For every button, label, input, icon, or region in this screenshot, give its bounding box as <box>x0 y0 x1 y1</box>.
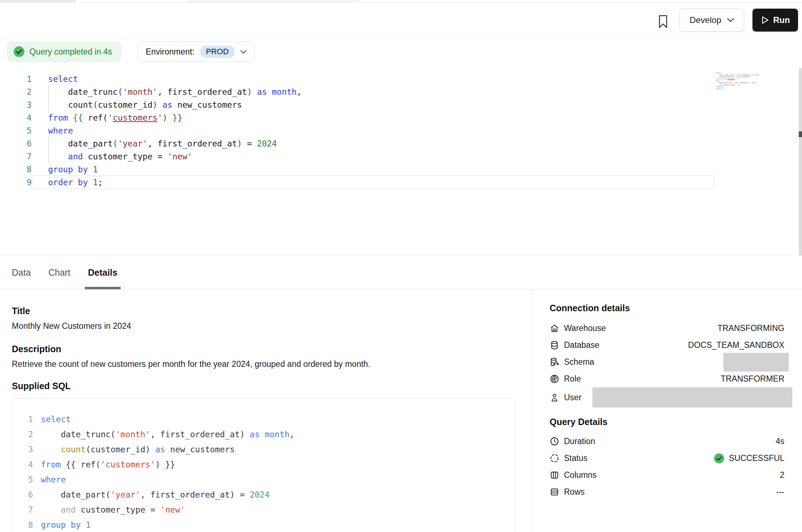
code-line: 3 count(customer_id) as new_customers <box>22 442 515 457</box>
connection-row-role: Role TRANSFORMER <box>550 370 784 387</box>
code-line: 2 date_trunc('month', first_ordered_at) … <box>22 427 515 442</box>
query-status-text: Query completed in 4s <box>29 47 112 57</box>
code-line: 1select <box>22 412 515 427</box>
rows-value: --- <box>776 487 784 497</box>
develop-dropdown-button[interactable]: Develop <box>680 9 744 32</box>
indent-guide <box>48 85 49 111</box>
check-circle-icon <box>13 46 25 57</box>
query-details-heading: Query Details <box>550 417 784 427</box>
schema-value-redacted <box>723 353 789 372</box>
current-line-highlight <box>32 175 714 189</box>
tabstrip-divider <box>357 0 358 2</box>
develop-label: Develop <box>690 15 721 25</box>
title-heading: Title <box>12 306 532 316</box>
chevron-down-icon <box>240 50 247 54</box>
query-editor-page: Develop Run Query completed in 4s Enviro… <box>0 0 802 532</box>
supplied-sql-code: 1select2 date_trunc('month', first_order… <box>12 398 515 532</box>
tab-data[interactable]: Data <box>12 256 31 289</box>
database-value: DOCS_TEAM_SANDBOX <box>688 340 784 350</box>
run-button[interactable]: Run <box>752 9 798 32</box>
browser-tabstrip <box>0 0 802 3</box>
code-line: 6 date_part('year', first_ordered_at) = … <box>22 487 515 502</box>
connection-row-user: User <box>550 387 784 407</box>
user-icon <box>550 393 559 402</box>
connection-label: User <box>564 393 582 402</box>
connection-row-schema: Schema <box>550 354 784 370</box>
tab-chart[interactable]: Chart <box>48 256 70 289</box>
editor-scrollbar[interactable] <box>799 68 802 256</box>
connection-label: Role <box>564 374 581 384</box>
code-line: 8group by 1 <box>22 517 515 532</box>
connection-row-warehouse: Warehouse TRANSFORMING <box>550 320 784 337</box>
connection-label: Schema <box>564 357 594 367</box>
columns-value: 2 <box>780 470 784 480</box>
code-line: 5where <box>0 124 802 137</box>
database-icon <box>550 340 559 350</box>
schema-icon <box>550 357 559 367</box>
code-line: 5where <box>22 472 515 487</box>
chevron-down-icon <box>727 18 734 22</box>
connection-label: Warehouse <box>564 323 606 333</box>
connection-row-database: Database DOCS_TEAM_SANDBOX <box>550 337 784 354</box>
supplied-sql-heading: Supplied SQL <box>12 381 532 391</box>
tabstrip-divider <box>190 0 190 2</box>
bookmark-button[interactable] <box>655 13 671 31</box>
connection-label: Database <box>564 340 599 350</box>
columns-icon <box>550 470 559 480</box>
code-line: 9order by 1; <box>716 88 760 90</box>
tab-details[interactable]: Details <box>88 256 117 289</box>
query-detail-label: Rows <box>564 487 585 497</box>
status-icon <box>550 453 559 463</box>
duration-clock-icon <box>550 437 559 446</box>
warehouse-icon <box>550 323 559 333</box>
user-value-redacted <box>592 387 792 407</box>
warehouse-value: TRANSFORMING <box>717 323 784 333</box>
details-left-pane: Title Monthly New Customers in 2024 Desc… <box>0 289 532 532</box>
details-right-pane: Connection details Warehouse TRANSFORMIN… <box>532 289 802 532</box>
play-icon <box>761 15 769 25</box>
tabstrip-segment <box>190 0 357 2</box>
role-value: TRANSFORMER <box>721 374 784 384</box>
results-tabs: Data Chart Details <box>0 256 802 289</box>
query-detail-label: Duration <box>564 437 595 446</box>
code-line: 7 and customer_type = 'new' <box>22 502 515 517</box>
success-check-icon <box>714 453 724 464</box>
status-value: SUCCESSFUL <box>729 453 784 463</box>
duration-value: 4s <box>776 437 784 446</box>
header-bar: Develop Run <box>0 3 802 38</box>
environment-value-chip: PROD <box>200 46 235 58</box>
tabstrip-divider <box>74 0 75 2</box>
code-line: 2 date_trunc('month', first_ordered_at) … <box>0 85 802 98</box>
query-row-rows: Rows --- <box>550 484 784 500</box>
description-value: Retrieve the count of new customers per … <box>12 359 532 369</box>
role-icon <box>550 374 559 384</box>
editor-scrollbar-thumb[interactable] <box>799 131 802 137</box>
rows-icon <box>550 487 559 497</box>
editor-minimap[interactable]: 1select2 date_trunc('month', first_order… <box>716 72 760 90</box>
code-line: 7 and customer_type = 'new' <box>0 150 802 163</box>
query-status-badge: Query completed in 4s <box>7 42 121 62</box>
code-line: 8group by 1 <box>0 163 802 176</box>
title-value: Monthly New Customers in 2024 <box>12 321 532 331</box>
code-line: 4from {{ ref('customers') }} <box>0 111 802 124</box>
code-line: 1select <box>0 73 802 85</box>
details-panel: Title Monthly New Customers in 2024 Desc… <box>0 289 802 532</box>
code-line: 4from {{ ref('customers') }} <box>22 457 515 472</box>
query-detail-label: Status <box>564 453 587 463</box>
query-row-status: Status SUCCESSFUL <box>550 450 784 467</box>
code-line: 6 date_part('year', first_ordered_at) = … <box>0 137 802 150</box>
query-row-columns: Columns 2 <box>550 467 784 484</box>
bookmark-icon <box>658 15 668 28</box>
sql-editor[interactable]: 1select2 date_trunc('month', first_order… <box>0 68 802 256</box>
code-line: 2 date_trunc('month', first_ordered_at) … <box>716 74 760 76</box>
code-line: 3 count(customer_id) as new_customers <box>0 98 802 111</box>
query-row-duration: Duration 4s <box>550 433 784 450</box>
environment-selector[interactable]: Environment: PROD <box>137 42 255 62</box>
environment-label: Environment: <box>146 47 195 57</box>
query-detail-label: Columns <box>564 470 597 480</box>
description-heading: Description <box>12 344 532 354</box>
connection-details-heading: Connection details <box>550 303 784 313</box>
indent-guide <box>48 137 49 163</box>
tabstrip-segment <box>0 0 74 2</box>
code-line: 6 date_part('year', first_ordered_at) = … <box>716 82 760 84</box>
